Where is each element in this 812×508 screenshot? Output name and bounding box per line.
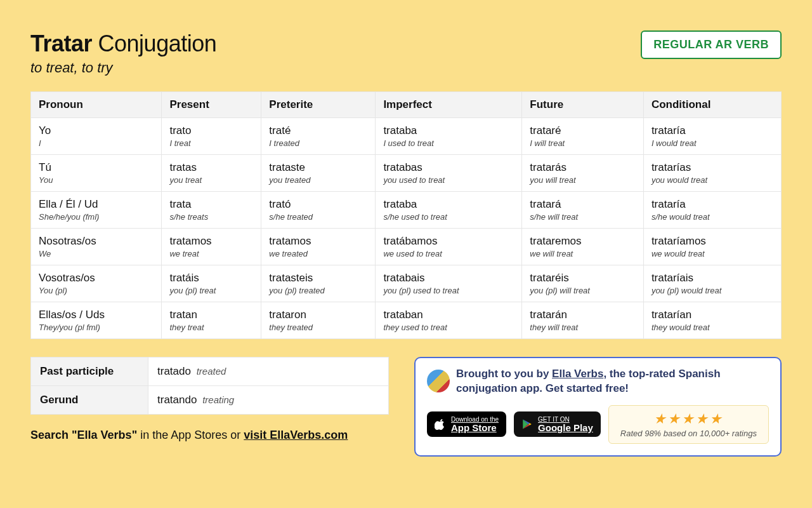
search-hint: Search "Ella Verbs" in the App Stores or… <box>30 429 389 442</box>
conjugation-cell: tratamoswe treated <box>261 229 376 265</box>
promo-logo-icon <box>427 370 450 392</box>
table-header: Future <box>522 92 644 118</box>
verb-translation: to treat, to try <box>30 60 216 76</box>
conjugation-cell: tratoI treat <box>162 118 261 155</box>
table-row: Ella / Él / UdShe/he/you (fml)tratas/he … <box>31 192 782 229</box>
visit-site-link[interactable]: visit EllaVerbs.com <box>244 429 348 441</box>
conjugation-cell: tratábamoswe used to treat <box>376 229 522 265</box>
conjugation-cell: trataríamoswe would treat <box>643 229 781 265</box>
pronoun-cell: TúYou <box>31 155 162 192</box>
past-participle-label: Past participle <box>31 358 148 386</box>
conjugation-cell: trataréisyou (pl) will treat <box>522 265 644 302</box>
conjugation-cell: tratarásyou will treat <box>522 155 644 192</box>
table-row: TúYoutratasyou treattratasteyou treatedt… <box>31 155 782 192</box>
conjugation-cell: trataránthey will treat <box>522 302 644 339</box>
conjugation-cell: tratabaI used to treat <box>376 118 522 155</box>
star-icons: ★★★★★ <box>619 411 758 427</box>
title-verb: Tratar <box>30 30 92 57</box>
conjugation-cell: tratasyou treat <box>162 155 261 192</box>
conjugation-cell: trataríaI would treat <box>643 118 781 155</box>
page-title: Tratar Conjugation <box>30 30 216 57</box>
rating-text: Rated 98% based on 10,000+ ratings <box>619 429 758 438</box>
table-header: Preterite <box>261 92 376 118</box>
promo-box: Brought to you by Ella Verbs, the top-ra… <box>414 357 782 457</box>
conjugation-cell: tratas/he treats <box>162 192 261 229</box>
table-row: Ellas/os / UdsThey/you (pl fml)tratanthe… <box>31 302 782 339</box>
conjugation-cell: tratabas/he used to treat <box>376 192 522 229</box>
table-row: YoItratoI treattratéI treatedtratabaI us… <box>31 118 782 155</box>
conjugation-cell: tratabaisyou (pl) used to treat <box>376 265 522 302</box>
rating-box: ★★★★★ Rated 98% based on 10,000+ ratings <box>608 405 769 444</box>
conjugation-cell: tratarías/he would treat <box>643 192 781 229</box>
promo-text: Brought to you by Ella Verbs, the top-ra… <box>456 367 769 396</box>
conjugation-cell: trataríasyou would treat <box>643 155 781 192</box>
conjugation-cell: trataríaisyou (pl) would treat <box>643 265 781 302</box>
conjugation-cell: tratabasyou used to treat <box>376 155 522 192</box>
conjugation-table: PronounPresentPreteriteImperfectFutureCo… <box>30 91 782 339</box>
table-row: Nosotras/osWetratamoswe treattratamoswe … <box>31 229 782 265</box>
apple-icon <box>435 418 446 430</box>
conjugation-cell: tratéI treated <box>261 118 376 155</box>
conjugation-cell: trataremoswe will treat <box>522 229 644 265</box>
conjugation-cell: tratanthey treat <box>162 302 261 339</box>
google-play-badge[interactable]: GET IT ONGoogle Play <box>514 411 601 437</box>
conjugation-cell: tratáisyou (pl) treat <box>162 265 261 302</box>
table-row: Vosotras/osYou (pl)tratáisyou (pl) treat… <box>31 265 782 302</box>
conjugation-cell: tratarás/he will treat <box>522 192 644 229</box>
ella-verbs-link[interactable]: Ella Verbs <box>552 368 603 380</box>
conjugation-cell: tratabanthey used to treat <box>376 302 522 339</box>
app-store-badge[interactable]: Download on theApp Store <box>427 411 506 437</box>
pronoun-cell: Vosotras/osYou (pl) <box>31 265 162 302</box>
conjugation-cell: trataríanthey would treat <box>643 302 781 339</box>
conjugation-cell: tratasteisyou (pl) treated <box>261 265 376 302</box>
forms-table: Past participle tratado treated Gerund t… <box>30 357 389 415</box>
conjugation-cell: trataronthey treated <box>261 302 376 339</box>
verb-type-badge: REGULAR AR VERB <box>641 30 782 59</box>
title-suffix: Conjugation <box>98 30 217 57</box>
table-header: Imperfect <box>376 92 522 118</box>
table-header: Present <box>162 92 261 118</box>
table-header: Pronoun <box>31 92 162 118</box>
conjugation-cell: trataréI will treat <box>522 118 644 155</box>
google-play-icon <box>521 418 533 430</box>
conjugation-cell: tratós/he treated <box>261 192 376 229</box>
past-participle-value: tratado treated <box>148 358 389 386</box>
gerund-label: Gerund <box>31 386 148 415</box>
pronoun-cell: Nosotras/osWe <box>31 229 162 265</box>
pronoun-cell: Ellas/os / UdsThey/you (pl fml) <box>31 302 162 339</box>
conjugation-cell: tratamoswe treat <box>162 229 261 265</box>
gerund-value: tratando treating <box>148 386 389 415</box>
table-header: Conditional <box>643 92 781 118</box>
pronoun-cell: Ella / Él / UdShe/he/you (fml) <box>31 192 162 229</box>
conjugation-cell: tratasteyou treated <box>261 155 376 192</box>
pronoun-cell: YoI <box>31 118 162 155</box>
